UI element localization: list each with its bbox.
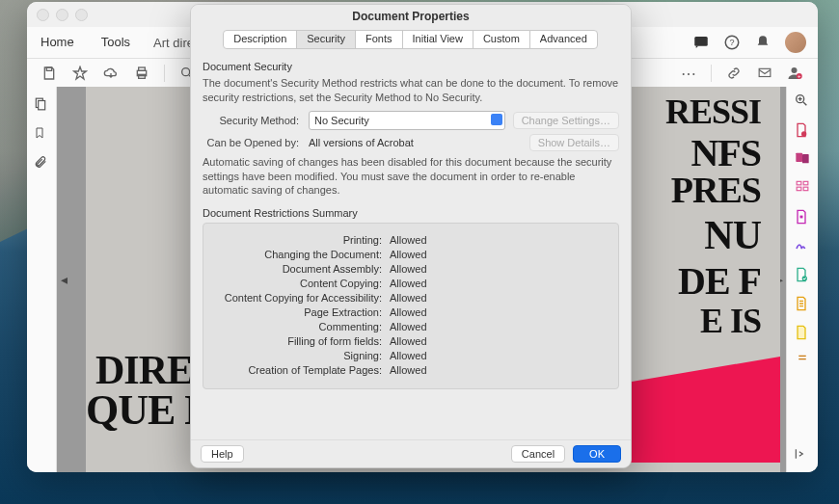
restriction-key: Signing: [213, 350, 390, 361]
svg-rect-22 [803, 187, 808, 191]
thumbnails-icon[interactable] [34, 96, 49, 112]
share-icon[interactable] [794, 324, 811, 341]
restriction-row: Changing the Document:Allowed [213, 249, 609, 260]
more-icon[interactable]: ⋯ [680, 65, 697, 82]
protect-icon[interactable] [794, 266, 811, 283]
user-avatar[interactable] [785, 32, 806, 53]
restrictions-box: Printing:AllowedChanging the Document:Al… [203, 223, 619, 389]
security-description: The document's Security Method restricts… [203, 76, 619, 105]
restriction-key: Printing: [213, 234, 390, 246]
create-pdf-icon[interactable]: + [794, 121, 811, 139]
tab-security[interactable]: Security [296, 30, 356, 49]
svg-text:?: ? [729, 38, 734, 47]
opened-by-label: Can be Opened by: [203, 137, 309, 148]
svg-rect-13 [39, 101, 45, 110]
sign-icon[interactable] [794, 237, 811, 254]
bookmark-icon[interactable] [34, 125, 49, 141]
svg-rect-6 [139, 74, 146, 78]
search-tool-icon[interactable] [794, 93, 811, 110]
svg-point-9 [792, 67, 798, 73]
tab-description[interactable]: Description [223, 30, 297, 49]
tab-custom[interactable]: Custom [473, 30, 530, 49]
svg-rect-20 [803, 181, 808, 185]
restriction-value: Allowed [390, 278, 427, 289]
dialog-title: Document Properties [191, 5, 631, 28]
compress-icon[interactable] [794, 295, 811, 312]
security-method-select[interactable]: No Security [309, 111, 505, 130]
restriction-row: Content Copying:Allowed [213, 278, 609, 289]
page-text: RESSI [665, 92, 761, 132]
cloud-icon[interactable] [102, 65, 120, 82]
ok-button[interactable]: OK [573, 445, 621, 463]
restriction-key: Content Copying: [213, 278, 390, 289]
combine-icon[interactable] [794, 150, 811, 168]
zoom-window[interactable] [75, 9, 88, 21]
opened-by-value: All versions of Acrobat [309, 137, 522, 148]
restriction-row: Filling of form fields:Allowed [213, 335, 609, 347]
right-rail: + [786, 87, 818, 472]
dialog-footer: Help Cancel OK [191, 439, 631, 467]
svg-rect-3 [46, 67, 51, 70]
page-text: DE F [678, 258, 761, 304]
restriction-row: Page Extraction:Allowed [213, 306, 609, 318]
save-icon[interactable] [41, 65, 58, 82]
restriction-value: Allowed [390, 321, 427, 332]
cancel-button[interactable]: Cancel [511, 445, 565, 463]
organize-icon[interactable] [794, 179, 811, 197]
mail-icon[interactable] [756, 65, 773, 82]
restriction-value: Allowed [390, 364, 427, 376]
prev-page-arrow[interactable]: ◂ [59, 265, 68, 294]
tab-initial-view[interactable]: Initial View [402, 30, 474, 49]
svg-text:+: + [802, 131, 805, 137]
svg-point-7 [182, 68, 190, 76]
close-window[interactable] [37, 9, 49, 21]
minimize-window[interactable] [56, 9, 68, 21]
top-right-icons: ? [692, 32, 818, 53]
tab-advanced[interactable]: Advanced [529, 30, 598, 49]
restriction-key: Document Assembly: [213, 263, 390, 275]
restriction-row: Commenting:Allowed [213, 321, 609, 332]
restriction-value: Allowed [390, 263, 427, 275]
tab-fonts[interactable]: Fonts [355, 30, 403, 49]
add-user-icon[interactable]: + [787, 65, 804, 82]
restriction-value: Allowed [390, 306, 427, 318]
dialog-body: Document Security The document's Securit… [191, 49, 631, 439]
restriction-key: Changing the Document: [213, 249, 390, 260]
autosave-note: Automatic saving of changes has been dis… [203, 155, 619, 199]
help-button[interactable]: Help [201, 445, 244, 463]
restriction-key: Content Copying for Accessibility: [213, 292, 390, 304]
security-heading: Document Security [203, 61, 619, 72]
export-icon[interactable] [794, 208, 811, 225]
print-icon[interactable] [133, 65, 150, 82]
left-rail [27, 87, 57, 472]
restriction-value: Allowed [390, 234, 427, 246]
page-text: NU [704, 212, 761, 258]
bell-icon[interactable] [754, 34, 771, 51]
svg-text:+: + [798, 73, 801, 79]
more-tools-icon[interactable] [794, 353, 811, 370]
show-details-button: Show Details… [529, 134, 619, 151]
svg-rect-5 [139, 67, 146, 70]
collapse-rail-icon[interactable] [794, 447, 811, 464]
dialog-tabs: Description Security Fonts Initial View … [191, 30, 631, 49]
svg-rect-18 [802, 154, 809, 163]
help-icon[interactable]: ? [723, 34, 741, 51]
security-method-value: No Security [314, 115, 369, 126]
restriction-value: Allowed [390, 350, 427, 361]
page-text: PRES [671, 169, 761, 211]
restriction-row: Printing:Allowed [213, 234, 609, 246]
attachment-icon[interactable] [34, 154, 49, 170]
chat-icon[interactable] [692, 34, 710, 51]
restriction-row: Content Copying for Accessibility:Allowe… [213, 292, 609, 304]
restriction-value: Allowed [390, 335, 427, 347]
svg-rect-17 [796, 153, 802, 162]
restriction-row: Document Assembly:Allowed [213, 263, 609, 275]
star-icon[interactable] [71, 65, 89, 82]
restriction-row: Creation of Template Pages:Allowed [213, 364, 609, 376]
restriction-key: Commenting: [213, 321, 390, 332]
restriction-row: Signing:Allowed [213, 350, 609, 361]
tab-home[interactable]: Home [27, 27, 88, 58]
security-method-row: Security Method: No Security Change Sett… [203, 111, 619, 130]
tab-tools[interactable]: Tools [88, 27, 144, 58]
link-icon[interactable] [725, 65, 743, 82]
